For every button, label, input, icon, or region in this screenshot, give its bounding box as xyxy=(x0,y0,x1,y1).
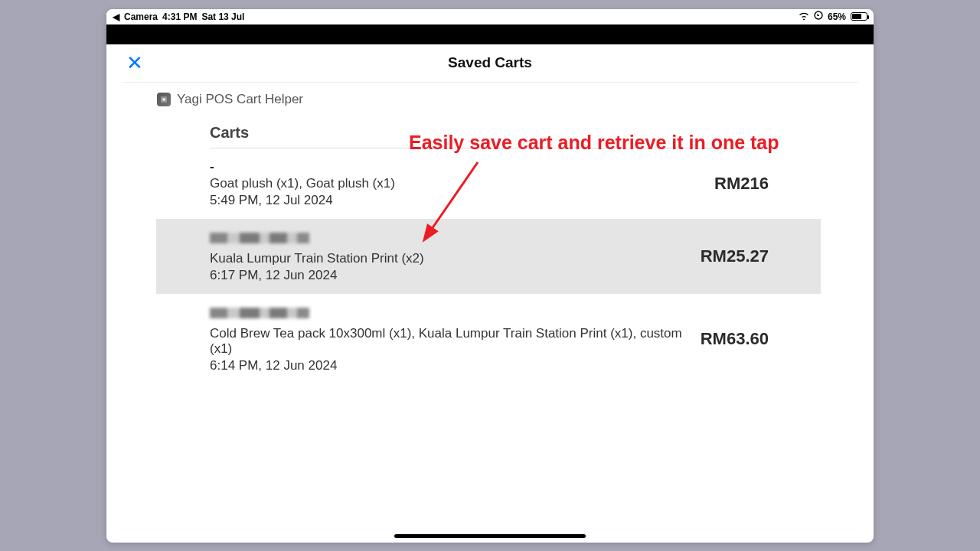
redacted-title xyxy=(210,308,309,318)
battery-pct: 65% xyxy=(828,11,846,22)
status-date: Sat 13 Jul xyxy=(201,11,244,22)
cart-row[interactable]: Kuala Lumpur Train Station Print (x2)6:1… xyxy=(156,219,821,294)
modal-title: Saved Carts xyxy=(122,54,858,71)
cart-row[interactable]: -Goat plush (x1), Goat plush (x1)5:49 PM… xyxy=(210,148,769,219)
home-indicator[interactable] xyxy=(394,534,586,538)
app-name-row: Yagi POS Cart Helper xyxy=(106,83,874,116)
cart-description: Goat plush (x1), Goat plush (x1) xyxy=(210,176,714,191)
app-icon xyxy=(157,93,171,106)
annotation-text: Easily save cart and retrieve it in one … xyxy=(409,132,779,154)
back-to-app-icon[interactable]: ◀ xyxy=(113,11,119,22)
cart-timestamp: 5:49 PM, 12 Jul 2024 xyxy=(210,193,714,208)
cart-description: Kuala Lumpur Train Station Print (x2) xyxy=(210,251,701,266)
back-to-app-label[interactable]: Camera xyxy=(124,11,158,22)
cart-row[interactable]: Cold Brew Tea pack 10x300ml (x1), Kuala … xyxy=(210,294,769,384)
cart-price: RM63.60 xyxy=(701,329,769,349)
cart-timestamp: 6:14 PM, 12 Jun 2024 xyxy=(210,358,701,373)
cart-timestamp: 6:17 PM, 12 Jun 2024 xyxy=(210,268,701,283)
status-bar: ◀ Camera 4:31 PM Sat 13 Jul 65% xyxy=(106,9,874,24)
cart-list: -Goat plush (x1), Goat plush (x1)5:49 PM… xyxy=(210,148,769,384)
device-frame: ◀ Camera 4:31 PM Sat 13 Jul 65% ✕ Saved … xyxy=(106,9,874,543)
status-time: 4:31 PM xyxy=(162,11,197,22)
cart-price: RM25.27 xyxy=(701,246,769,266)
battery-icon xyxy=(851,12,867,21)
wifi-icon xyxy=(799,11,809,22)
app-black-bar xyxy=(106,24,874,44)
close-icon[interactable]: ✕ xyxy=(122,51,148,75)
rotation-lock-icon xyxy=(814,11,823,22)
modal-header: ✕ Saved Carts xyxy=(122,44,858,83)
cart-price: RM216 xyxy=(714,174,769,194)
app-name-label: Yagi POS Cart Helper xyxy=(177,92,303,107)
cart-description: Cold Brew Tea pack 10x300ml (x1), Kuala … xyxy=(210,326,701,357)
carts-section: Carts -Goat plush (x1), Goat plush (x1)5… xyxy=(210,124,769,384)
cart-title: - xyxy=(210,159,714,174)
redacted-title xyxy=(210,233,309,243)
